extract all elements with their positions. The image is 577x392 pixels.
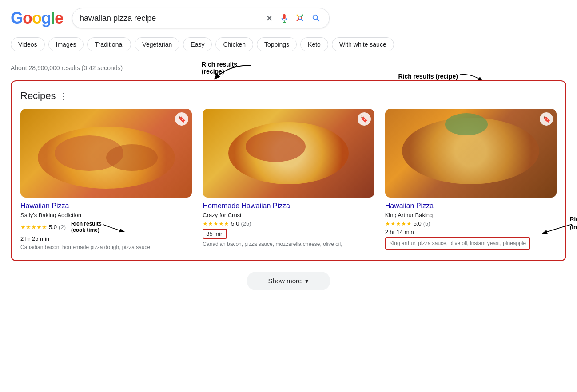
bookmark-button-3[interactable]: 🔖 xyxy=(540,112,553,126)
stars-2: ★★★★★ xyxy=(203,220,229,227)
chip-traditional[interactable]: Traditional xyxy=(87,37,131,51)
stars-1: ★★★★★ xyxy=(20,224,47,230)
rating-value-3: 5.0 xyxy=(414,220,422,227)
lens-button[interactable] xyxy=(294,12,306,24)
recipe-time-1: 2 hr 25 min xyxy=(20,235,192,242)
logo-g2: g xyxy=(41,9,51,27)
recipe-image-2: 🔖 xyxy=(203,109,374,198)
rating-value-2: 5.0 xyxy=(231,220,239,227)
recipe-title-3[interactable]: Hawaiian Pizza xyxy=(385,202,557,210)
logo-g: G xyxy=(11,9,23,27)
close-icon: ✕ xyxy=(266,13,273,24)
recipes-title: Recipes xyxy=(20,90,56,102)
recipes-grid: 🔖 Hawaiian Pizza Sally's Baking Addictio… xyxy=(20,109,557,251)
cook-time-box: 35 min xyxy=(203,229,227,239)
results-area: About 28,900,000 results (0.42 seconds) … xyxy=(0,57,577,297)
recipe-ingredients-1: Canadian bacon, homemade pizza dough, pi… xyxy=(20,244,192,251)
recipes-card: Recipes ⋮ 🔖 Hawaiian Pizza Sally's Bakin… xyxy=(11,80,566,261)
recipe-ingredients-2: Canadian bacon, pizza sauce, mozzarella … xyxy=(203,241,374,248)
chip-videos[interactable]: Videos xyxy=(11,37,45,51)
show-more-button[interactable]: Show more ▾ xyxy=(247,272,330,290)
logo-o1: o xyxy=(23,9,32,27)
chip-vegetarian[interactable]: Vegetarian xyxy=(135,37,179,51)
google-logo: Google xyxy=(11,9,63,28)
recipe-source-3: King Arthur Baking xyxy=(385,212,557,218)
bookmark-icon-2: 🔖 xyxy=(360,115,368,123)
rating-count-1: (2) xyxy=(59,224,66,230)
search-input[interactable] xyxy=(80,14,260,23)
search-icon xyxy=(311,13,321,23)
chip-keto[interactable]: Keto xyxy=(300,37,328,51)
chip-white-sauce[interactable]: With white sauce xyxy=(332,37,394,51)
chevron-down-icon: ▾ xyxy=(305,277,309,285)
rating-value-1: 5.0 xyxy=(49,224,57,230)
mic-icon xyxy=(279,13,289,23)
recipe-time-2: 35 min xyxy=(203,229,374,239)
recipe-title-2[interactable]: Homemade Hawaiian Pizza xyxy=(203,202,374,210)
rating-count-2: (25) xyxy=(241,220,251,227)
svg-rect-0 xyxy=(283,14,286,19)
ingredients-box: King arthur, pizza sauce, olive oil, ins… xyxy=(385,237,531,250)
chip-easy[interactable]: Easy xyxy=(183,37,212,51)
filter-bar: Videos Images Traditional Vegetarian Eas… xyxy=(0,34,577,57)
logo-o2: o xyxy=(32,9,41,27)
logo-l: l xyxy=(51,9,55,27)
recipe-source-2: Crazy for Crust xyxy=(203,212,374,218)
chip-chicken[interactable]: Chicken xyxy=(215,37,253,51)
recipes-header: Recipes ⋮ xyxy=(20,90,557,102)
stars-3: ★★★★★ xyxy=(385,220,412,227)
search-icons: ✕ xyxy=(265,12,322,24)
recipe-time-3: 2 hr 14 min xyxy=(385,229,557,235)
rich-results-label-top: Rich results (recipe) xyxy=(398,73,458,80)
lens-icon xyxy=(295,13,305,23)
header: Google ✕ xyxy=(0,0,577,34)
results-count: About 28,900,000 results (0.42 seconds) xyxy=(11,64,123,71)
recipe-ingredients-3: King arthur, pizza sauce, olive oil, ins… xyxy=(385,237,557,250)
recipe-source-1: Sally's Baking Addiction xyxy=(20,212,192,218)
chip-images[interactable]: Images xyxy=(48,37,84,51)
recipe-rating-2: ★★★★★ 5.0 (25) xyxy=(203,220,374,227)
recipe-title-1[interactable]: Hawaiian Pizza xyxy=(20,202,192,210)
rich-results-recipe-label: Rich results (recipe) xyxy=(202,61,255,75)
recipe-image-1: 🔖 xyxy=(20,109,192,198)
more-options-button[interactable]: ⋮ xyxy=(59,91,68,101)
recipe-rating-1: ★★★★★ 5.0 (2) Rich results(cook time) xyxy=(20,220,192,234)
voice-search-button[interactable] xyxy=(279,12,290,24)
recipe-image-3: 🔖 xyxy=(385,109,557,198)
recipe-rating-3: ★★★★★ 5.0 (5) xyxy=(385,220,557,227)
bookmark-button-1[interactable]: 🔖 xyxy=(175,112,188,126)
show-more-label: Show more xyxy=(268,277,302,285)
rating-count-3: (5) xyxy=(423,220,430,227)
bookmark-button-2[interactable]: 🔖 xyxy=(358,112,371,126)
search-bar: ✕ xyxy=(72,8,330,28)
rich-results-ingredients-label: Rich results(ingredients) xyxy=(570,215,577,231)
recipe-card-1[interactable]: 🔖 Hawaiian Pizza Sally's Baking Addictio… xyxy=(20,109,192,251)
recipe-card-2[interactable]: 🔖 Homemade Hawaiian Pizza Crazy for Crus… xyxy=(203,109,374,251)
bookmark-icon-3: 🔖 xyxy=(543,115,550,123)
logo-e: e xyxy=(55,9,63,27)
chip-toppings[interactable]: Toppings xyxy=(257,37,297,51)
search-button[interactable] xyxy=(310,12,322,24)
recipe-card-3[interactable]: 🔖 Rich results(ingredients) xyxy=(385,109,557,251)
clear-button[interactable]: ✕ xyxy=(265,12,274,24)
bookmark-icon-1: 🔖 xyxy=(178,115,186,123)
show-more-area: Show more ▾ xyxy=(11,272,566,290)
